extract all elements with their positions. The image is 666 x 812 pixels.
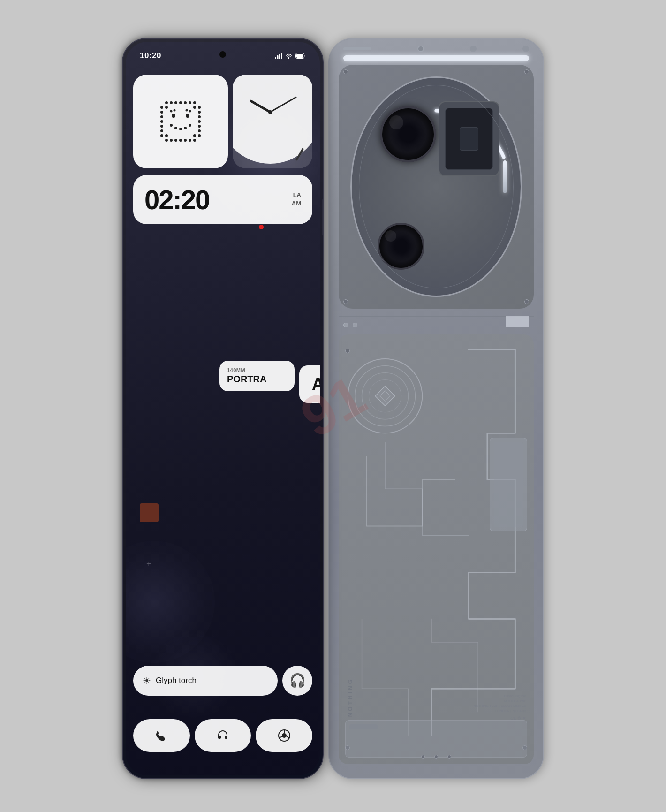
- face-dot-art: [157, 98, 204, 145]
- svg-point-12: [193, 101, 196, 104]
- back-side-button-right-1[interactable]: [543, 170, 544, 198]
- svg-point-28: [170, 139, 173, 142]
- portrait-a1-row: 140MM PORTRA A1: [219, 361, 320, 403]
- white-rect-detail: [506, 316, 529, 327]
- cross-decoration: +: [146, 559, 151, 569]
- svg-point-6: [165, 101, 168, 104]
- a1-widget[interactable]: A1: [299, 365, 320, 403]
- bottom-screws-row: [421, 755, 451, 759]
- pcb-area: NOTHING Phone (3a) Pro MODEL A065P NOTHI…: [339, 334, 534, 764]
- svg-point-47: [186, 109, 188, 111]
- nothing-brand-label: NOTHING: [347, 678, 354, 717]
- screw-tl: [343, 69, 348, 74]
- large-connector: [490, 438, 527, 531]
- volume-up-button[interactable]: [122, 180, 123, 208]
- svg-point-18: [160, 129, 163, 132]
- signal-icon: [275, 53, 282, 59]
- svg-point-9: [179, 101, 182, 104]
- svg-point-34: [165, 106, 168, 109]
- selfie-camera: [219, 51, 226, 58]
- svg-point-24: [198, 125, 201, 128]
- headphones-button[interactable]: 🎧: [282, 666, 312, 696]
- svg-point-36: [165, 134, 168, 137]
- bottom-screw-1: [421, 755, 425, 759]
- svg-point-7: [170, 101, 173, 104]
- svg-point-22: [198, 115, 201, 118]
- regulatory-icons: CE ♻ ✕: [473, 715, 526, 722]
- volume-down-button[interactable]: [122, 217, 123, 245]
- screw-bl: [343, 299, 348, 304]
- chrome-app-button[interactable]: [256, 719, 312, 752]
- svg-point-32: [189, 139, 191, 142]
- back-side-button-right-2[interactable]: [543, 208, 544, 236]
- svg-point-48: [189, 110, 191, 112]
- back-top-detail-row: [343, 46, 529, 52]
- analog-clock-widget[interactable]: [233, 75, 312, 168]
- back-dot-2: [353, 323, 357, 327]
- glyph-row: ☀ Glyph torch 🎧: [133, 666, 312, 696]
- glyph-torch-button[interactable]: ☀ Glyph torch: [133, 666, 278, 696]
- svg-point-30: [179, 139, 182, 142]
- phones-container: + 10:20: [122, 19, 544, 793]
- top-detail-left: [343, 47, 371, 50]
- svg-point-20: [198, 106, 201, 109]
- minute-hand: [270, 96, 297, 113]
- portrait-mm-label: 140MM: [227, 367, 287, 373]
- status-time: 10:20: [140, 51, 161, 61]
- svg-point-14: [160, 111, 163, 114]
- svg-point-15: [160, 115, 163, 118]
- top-detail-right: [470, 46, 477, 52]
- svg-point-19: [160, 134, 163, 137]
- hour-hand: [249, 99, 271, 113]
- clock-digits: 02:20: [144, 184, 209, 215]
- portrait-widget[interactable]: 140MM PORTRA: [219, 361, 295, 391]
- svg-rect-1: [277, 55, 279, 59]
- a1-label: A1: [312, 374, 320, 394]
- screw-br: [524, 299, 529, 304]
- top-sensor: [417, 46, 424, 52]
- svg-rect-5: [296, 54, 303, 58]
- clock-time-widget[interactable]: 02:20 LA AM: [133, 175, 312, 224]
- pcb-screw-1: [345, 349, 350, 353]
- top-detail-right2: [522, 46, 529, 52]
- clock-center-dot: [268, 110, 272, 114]
- glyph-torch-label: Glyph torch: [156, 676, 197, 685]
- svg-point-45: [170, 110, 173, 112]
- headset-icon: [216, 729, 229, 742]
- media-app-button[interactable]: [195, 719, 251, 752]
- phone-back: NOTHING Phone (3a) Pro MODEL A065P NOTHI…: [328, 38, 544, 779]
- camera-inner-ring: [359, 85, 514, 288]
- svg-point-46: [174, 109, 176, 111]
- svg-point-21: [198, 111, 201, 114]
- camera-ring-outer: [350, 76, 522, 297]
- svg-point-10: [184, 101, 187, 104]
- power-button[interactable]: [322, 198, 324, 236]
- svg-point-8: [174, 101, 177, 104]
- svg-point-13: [160, 106, 163, 109]
- face-widget[interactable]: [133, 75, 228, 168]
- svg-point-50: [282, 733, 287, 738]
- status-icons: [275, 53, 306, 59]
- tray-detail: [349, 724, 378, 729]
- camera-module: [339, 65, 534, 309]
- svg-point-17: [160, 125, 163, 128]
- top-widget-row: [133, 75, 312, 168]
- screw-tr: [524, 69, 529, 74]
- bottom-dock: [133, 719, 312, 752]
- color-swatch-orange: [140, 503, 159, 522]
- bottom-tray: [345, 720, 527, 758]
- svg-point-27: [165, 139, 168, 142]
- svg-rect-58: [375, 386, 395, 406]
- svg-point-37: [193, 134, 196, 137]
- timezone-label: LA AM: [292, 191, 301, 208]
- svg-rect-3: [281, 53, 283, 59]
- svg-point-40: [170, 124, 173, 127]
- wifi-icon: [285, 53, 293, 59]
- red-dot: [259, 225, 264, 229]
- phone-app-button[interactable]: [133, 719, 190, 752]
- svg-point-39: [186, 114, 189, 118]
- svg-point-16: [160, 120, 163, 123]
- connector-inner: [494, 442, 523, 527]
- bottom-screw-3: [447, 755, 451, 759]
- chrome-icon: [277, 729, 291, 743]
